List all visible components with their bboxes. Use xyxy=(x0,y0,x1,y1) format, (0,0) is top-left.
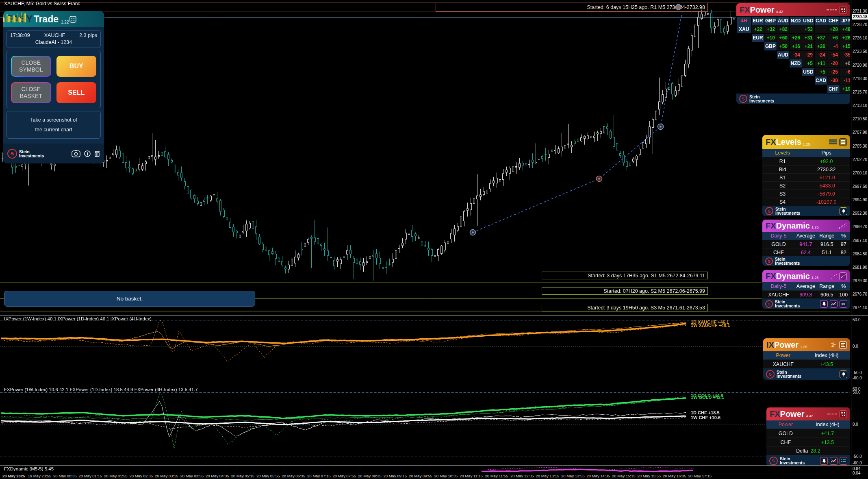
trash-icon[interactable] xyxy=(94,150,100,157)
axis-tick: 2689.70 xyxy=(853,224,867,229)
bell-icon[interactable] xyxy=(820,300,828,308)
matrix-col-header: EUR xyxy=(752,17,764,25)
currency-symbols-icon[interactable]: $€ xyxy=(840,300,847,308)
ixpower-settings-icon[interactable] xyxy=(839,341,847,349)
matrix-col-header: NZD xyxy=(790,17,802,25)
menu-dots-icon[interactable] xyxy=(840,457,847,465)
fxpower-index-panel: FX Power 4.42 Power Index (4H) GOL xyxy=(766,407,850,466)
time-axis-label: 20 May 16:35 xyxy=(663,474,686,478)
fxdynamic-indicator-canvas[interactable] xyxy=(0,466,850,473)
time-axis-label: 20 May 05:15 xyxy=(231,474,255,478)
matrix-empty-cell xyxy=(777,85,789,93)
matrix-empty-cell xyxy=(752,85,764,93)
bell-icon[interactable] xyxy=(840,207,847,215)
matrix-col-header: GBP xyxy=(764,17,777,25)
fxpower-column-headers: Power Index (4H) xyxy=(766,420,850,429)
matrix-cell: +82 xyxy=(777,25,789,33)
levels-settings-icon[interactable] xyxy=(839,138,847,146)
axis-tick: 0.84 xyxy=(853,466,860,471)
chevrons-icon xyxy=(831,342,837,348)
account-label: ClaudeAI - 1234 xyxy=(10,39,97,45)
axis-tick: 0.0 xyxy=(853,422,858,427)
matrix-empty-cell xyxy=(752,76,764,85)
fxpower-matrix-header: FX Power 4.42 xyxy=(736,3,850,16)
axis-separator xyxy=(851,0,851,473)
ind2-window-label: FXPower (1W-Index) 10.6 42.1 FXPower (1D… xyxy=(4,387,198,392)
time-axis-label: 19 May 23:55 xyxy=(28,474,52,478)
matrix-cell: +21 xyxy=(802,42,814,50)
time-axis-label: 20 May 04:35 xyxy=(206,474,229,478)
easytrade-panel: EASY Trade 1.22 17:38:09 XAUCHF 2.3 pips… xyxy=(3,11,104,163)
window-separator[interactable] xyxy=(0,315,868,316)
axis-tick: 2710.50 xyxy=(853,117,867,121)
time-axis-label: 20 May 13:55 xyxy=(561,474,585,478)
line-chart-icon[interactable] xyxy=(830,457,838,465)
window-separator[interactable] xyxy=(0,386,868,386)
matrix-cell: +22 xyxy=(752,25,764,33)
time-axis-label: 20 May 08:35 xyxy=(358,474,382,478)
stein-investments-logo: S Stein Investments xyxy=(765,300,800,308)
bell-icon[interactable] xyxy=(840,370,847,378)
axis-tick: -50.0 xyxy=(853,454,862,459)
axis-tick: 2674.10 xyxy=(853,305,867,310)
matrix-cell: +37 xyxy=(815,34,827,42)
window-separator[interactable] xyxy=(0,465,868,466)
close-basket-button[interactable]: CLOSE BASKET xyxy=(12,83,50,102)
axis-tick: 2720.90 xyxy=(853,63,867,67)
matrix-col-header: JPY xyxy=(840,17,850,25)
matrix-empty-cell xyxy=(764,59,777,67)
red-dashes-icon xyxy=(827,8,837,11)
matrix-cell: -35 xyxy=(840,51,850,59)
matrix-cell: +32 xyxy=(764,25,777,33)
sell-button[interactable]: SELL xyxy=(56,82,97,103)
easytrade-footer: S Stein Investments xyxy=(3,144,104,163)
matrix-cell: +19 xyxy=(840,85,850,93)
matrix-empty-cell xyxy=(752,42,764,50)
indicator-value-tag: 1D CHF +18.5 xyxy=(691,410,720,415)
strength-matrix: 4HEURGBPAUDNZDUSDCADCHFJPYXAU+22+32+82+5… xyxy=(736,16,850,94)
axis-tick: 2681.90 xyxy=(853,265,867,270)
screenshot-button[interactable]: Take a screenshot of the current chart xyxy=(7,111,101,139)
fxlevels-footer: S Stein Investments xyxy=(762,206,850,216)
price-axis[interactable]: 2731.302728.702726.102723.502720.902718.… xyxy=(852,0,868,479)
matrix-cell: +28 xyxy=(827,25,840,33)
matrix-cell: +26 xyxy=(815,42,827,50)
ind3-window-label: FXDynamic (M5-5) 5.45 xyxy=(4,466,54,471)
matrix-grid-icon[interactable] xyxy=(839,6,847,14)
time-axis[interactable]: 20 May 202519 May 23:5520 May 00:3520 Ma… xyxy=(0,474,850,479)
matrix-cell: -11 xyxy=(840,76,850,85)
axis-tick: 2713.10 xyxy=(853,103,867,108)
fxlevels-header: FX Levels 1.25 xyxy=(762,135,850,149)
matrix-row-label: NZD xyxy=(790,59,802,67)
matrix-col-header: USD xyxy=(802,17,814,25)
time-axis-label: 20 May 06:35 xyxy=(282,474,306,478)
spread-value: 2.3 pips xyxy=(79,33,97,38)
axis-tick: 2723.50 xyxy=(853,49,867,54)
dynamic-settings-icon[interactable] xyxy=(839,272,847,280)
easytrade-header: EASY Trade 1.22 xyxy=(3,11,104,27)
axis-tick: 2679.30 xyxy=(853,279,867,283)
info-icon[interactable] xyxy=(84,150,91,157)
close-symbol-button[interactable]: CLOSE SYMBOL xyxy=(12,57,50,76)
matrix-col-header: CHF xyxy=(827,17,840,25)
matrix-cell: -6 xyxy=(840,68,850,76)
camera-icon[interactable] xyxy=(72,150,80,157)
trade-buttons-box: CLOSE SYMBOL BUY CLOSE BASKET SELL xyxy=(7,51,101,108)
axis-tick: 2715.70 xyxy=(853,90,867,94)
time-axis-label: 20 May 03:15 xyxy=(155,474,178,478)
bell-icon[interactable] xyxy=(820,457,828,465)
matrix-cell: +26 xyxy=(790,34,802,42)
fxdynamic1-column-headers: Daily-5 Average Range % xyxy=(762,232,850,240)
line-chart-icon[interactable] xyxy=(830,300,838,308)
time-axis-label: 20 May 14:35 xyxy=(587,474,610,478)
matrix-cell: +48 xyxy=(840,25,850,33)
easytrade-version: 1.22 xyxy=(61,20,69,24)
matrix-empty-cell xyxy=(764,85,777,93)
delta-row: Delta 28.2 xyxy=(766,446,850,455)
fxpower-grid-icon[interactable] xyxy=(839,410,847,418)
header-sparkline xyxy=(3,11,27,22)
buy-button[interactable]: BUY xyxy=(56,56,97,77)
main-chart-canvas[interactable] xyxy=(0,0,850,315)
panel-apps-icon[interactable] xyxy=(69,16,76,23)
hamburger-icon[interactable] xyxy=(829,139,837,145)
